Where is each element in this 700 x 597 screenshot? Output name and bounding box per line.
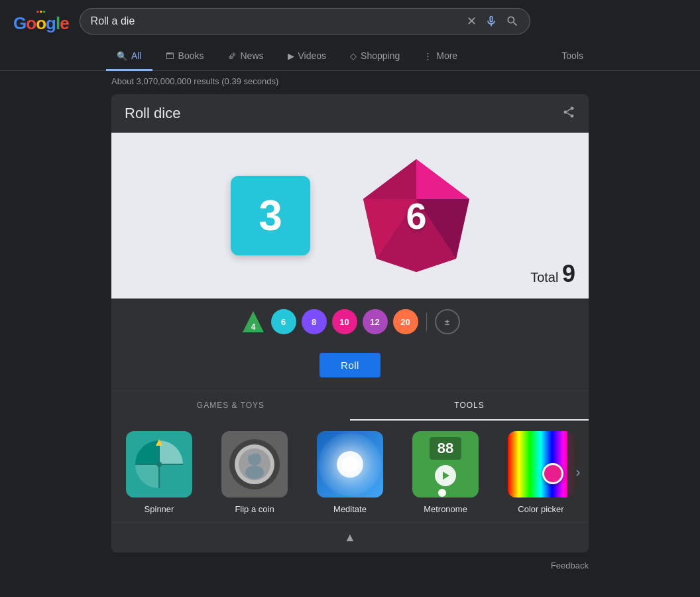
shopping-icon: ◇ [350,51,357,61]
logo-letter: g [46,13,56,33]
tool-card-metronome[interactable]: 88 Metronome [398,421,493,522]
d20-label: 20 [400,317,410,327]
logo-letter: e [60,13,68,33]
dice-card: Roll dice 3 6 Total 9 [111,94,589,553]
collapse-section[interactable]: ▲ [111,522,589,553]
meditate-icon [317,431,383,498]
svg-point-17 [245,466,264,479]
card-header: Roll dice [111,94,589,133]
svg-point-20 [342,456,358,472]
collapse-button[interactable]: ▲ [344,531,356,545]
tab-news-label: News [240,50,263,61]
d4-icon: 4 [241,310,265,334]
search-button[interactable] [506,15,519,28]
tab-books[interactable]: 🗔 Books [155,42,215,71]
flip-coin-label: Flip a coin [235,504,274,514]
die-btn-d6[interactable]: 6 [271,309,296,334]
die-d6-value: 3 [259,191,282,240]
color-picker-circle [542,463,563,484]
tool-card-meditate[interactable]: Meditate [302,421,398,522]
die-btn-d10[interactable]: 10 [332,309,357,334]
tab-videos[interactable]: ▶ Videos [277,42,337,71]
logo-letter: G [13,13,26,33]
header: ● ● ● Google ✕ [0,0,700,42]
die-btn-d8[interactable]: 8 [302,309,327,334]
search-icons: ✕ [467,14,519,29]
spinner-icon [133,438,186,491]
color-gradient-bg [508,431,574,498]
svg-point-11 [156,462,162,467]
metronome-label: Metronome [424,504,467,514]
tool-card-flip-coin[interactable]: Flip a coin [207,421,302,522]
nav-tabs: 🔍 All 🗔 Books 🗞 News ▶ Videos ◇ Shopping… [0,42,700,71]
total-label: Total [530,270,558,285]
tools-tabs: GAMES & TOYS TOOLS [111,391,589,421]
d10-label: 10 [339,317,349,327]
die-btn-d4[interactable]: 4 [241,309,266,334]
news-icon: 🗞 [227,51,236,61]
card-title: Roll dice [125,105,180,122]
tab-shopping-label: Shopping [361,50,400,61]
google-logo: ● ● ● Google [13,9,69,34]
d8-label: 8 [312,317,316,327]
tool-card-spinner[interactable]: Spinner [111,421,207,522]
results-count: About 3,070,000,000 results (0.39 second… [111,76,278,86]
die-selector: 4 6 8 10 12 20 ± [111,298,589,345]
die-btn-d20[interactable]: 20 [393,309,418,334]
tab-tools[interactable]: Tools [551,42,594,71]
tab-books-label: Books [178,50,204,61]
spinner-image [126,431,192,498]
videos-icon: ▶ [288,51,294,61]
search-bar: ✕ [80,8,530,34]
svg-point-16 [248,452,261,466]
search-input[interactable] [91,15,461,27]
meditate-label: Meditate [333,504,367,514]
share-button[interactable] [562,105,575,122]
die-btn-add[interactable]: ± [435,309,460,334]
tab-all[interactable]: 🔍 All [106,42,152,71]
spinner-label: Spinner [145,504,174,514]
d12-label: 12 [370,317,379,327]
logo-letter: o [36,13,46,33]
tab-tools-label: Tools [561,50,583,61]
color-picker-image [508,431,574,498]
feedback-row: Feedback [0,555,700,576]
roll-section: Roll [111,345,589,391]
die-d10-value: 6 [406,194,426,237]
tab-shopping[interactable]: ◇ Shopping [339,42,410,71]
dice-display-area: 3 6 Total 9 [111,133,589,298]
more-icon: ⋮ [424,51,432,61]
flip-coin-icon [228,438,281,491]
search-icon: 🔍 [117,51,127,61]
die-d10[interactable]: 6 [363,163,469,269]
tab-news[interactable]: 🗞 News [217,42,274,71]
microphone-button[interactable] [485,15,498,28]
games-toys-label: GAMES & TOYS [197,401,264,410]
roll-button[interactable]: Roll [320,353,380,377]
die-btn-d12[interactable]: 12 [363,309,388,334]
die-divider [426,312,427,331]
die-d6[interactable]: 3 [231,176,310,255]
d6-label: 6 [281,317,286,327]
svg-marker-1 [416,159,469,199]
total-value: 9 [562,260,575,287]
games-toys-tab[interactable]: GAMES & TOYS [111,391,350,421]
flip-coin-image [221,431,288,498]
results-info: About 3,070,000,000 results (0.39 second… [0,71,700,92]
svg-marker-21 [443,472,449,480]
scroll-right-button[interactable]: › [567,421,589,522]
tab-more-label: More [436,50,457,61]
metronome-image: 88 [412,431,479,498]
tools-tab-label: TOOLS [454,401,484,410]
metronome-play-icon [435,465,456,486]
logo-letter: o [26,13,36,33]
meditate-image [317,431,383,498]
svg-marker-2 [363,159,416,199]
clear-button[interactable]: ✕ [467,14,477,29]
tools-tab[interactable]: TOOLS [350,391,589,421]
feedback-link[interactable]: Feedback [551,561,589,570]
tab-more[interactable]: ⋮ More [413,42,468,71]
books-icon: 🗔 [166,51,174,61]
total-display: Total 9 [530,260,575,288]
svg-text:4: 4 [251,322,255,332]
